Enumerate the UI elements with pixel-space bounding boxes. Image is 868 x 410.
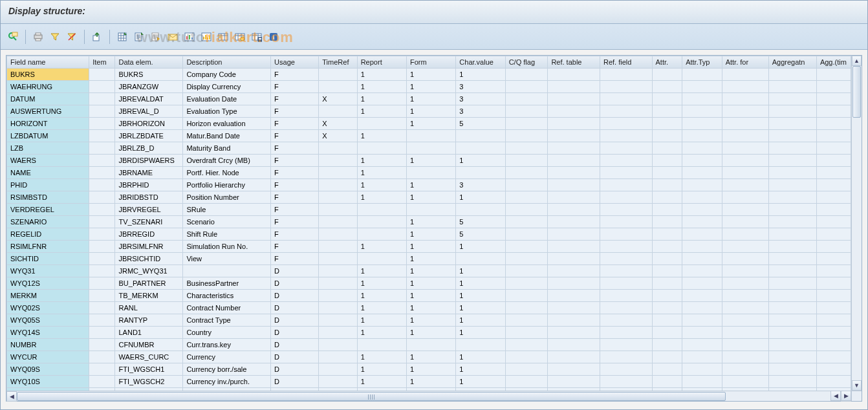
cell-cqflag[interactable] xyxy=(505,228,548,241)
cell-dataelem[interactable]: JRMC_WYQ31 xyxy=(115,265,183,277)
cell-attrfor[interactable] xyxy=(722,216,768,228)
cell-form[interactable]: 1 xyxy=(407,81,456,93)
cell-attrtyp[interactable] xyxy=(682,327,722,339)
cell-report[interactable]: 1 xyxy=(357,327,406,339)
cell-attrfor[interactable] xyxy=(722,265,768,277)
table-row[interactable]: WYQ10SFTI_WGSCH2Currency inv./purch.D111 xyxy=(7,376,851,388)
cell-field[interactable]: LZB xyxy=(7,142,89,155)
cell-aggreg[interactable] xyxy=(768,179,816,191)
cell-aggreg[interactable] xyxy=(768,167,816,179)
cell-item[interactable] xyxy=(89,314,115,327)
cell-usage[interactable]: F xyxy=(271,204,319,216)
cell-attr[interactable] xyxy=(652,302,682,314)
cell-form[interactable]: 1 xyxy=(407,216,456,228)
layout-change-icon[interactable] xyxy=(216,30,230,44)
table-row[interactable]: AUSWERTUNGJBREVAL_DEvaluation TypeF113 xyxy=(7,105,851,118)
cell-form[interactable]: 1 xyxy=(407,191,456,204)
cell-usage[interactable]: F xyxy=(271,191,319,204)
cell-desc[interactable]: Overdraft Crcy (MB) xyxy=(183,155,271,167)
cell-usage[interactable]: D xyxy=(271,351,319,363)
cell-attr[interactable] xyxy=(652,118,682,130)
cell-attrtyp[interactable] xyxy=(682,142,722,155)
cell-field[interactable]: HORIZONT xyxy=(7,118,89,130)
cell-dataelem[interactable]: JBRPHID xyxy=(115,179,183,191)
cell-attr[interactable] xyxy=(652,277,682,290)
cell-desc[interactable] xyxy=(183,265,271,277)
cell-attr[interactable] xyxy=(652,314,682,327)
cell-dataelem[interactable]: JBRANZGW xyxy=(115,81,183,93)
cell-timeref[interactable]: X xyxy=(319,130,357,142)
cell-report[interactable]: 1 xyxy=(357,302,406,314)
cell-form[interactable]: 1 xyxy=(407,155,456,167)
cell-aggreg[interactable] xyxy=(768,277,816,290)
cell-cqflag[interactable] xyxy=(505,327,548,339)
cell-desc[interactable]: Simulation Run No. xyxy=(183,241,271,253)
cell-reftable[interactable] xyxy=(548,241,600,253)
cell-aggtim[interactable] xyxy=(816,130,851,142)
cell-attrfor[interactable] xyxy=(722,142,768,155)
cell-reffield[interactable] xyxy=(600,351,652,363)
cell-item[interactable] xyxy=(89,204,115,216)
cell-charval[interactable]: 1 xyxy=(456,290,505,302)
cell-cqflag[interactable] xyxy=(505,118,548,130)
cell-aggtim[interactable] xyxy=(816,327,851,339)
cell-reffield[interactable] xyxy=(600,130,652,142)
table-row[interactable]: RSIMLFNRJBRSIMLFNRSimulation Run No.F111 xyxy=(7,241,851,253)
cell-desc[interactable]: Portfolio Hierarchy xyxy=(183,179,271,191)
scroll-up-icon[interactable]: ▲ xyxy=(852,56,862,66)
cell-charval[interactable]: 1 xyxy=(456,363,505,376)
cell-charval[interactable]: 5 xyxy=(456,118,505,130)
col-attrfor[interactable]: Attr. for xyxy=(722,56,768,69)
cell-field[interactable]: RSIMLFNR xyxy=(7,241,89,253)
cell-form[interactable] xyxy=(407,130,456,142)
cell-attr[interactable] xyxy=(652,93,682,105)
cell-reffield[interactable] xyxy=(600,216,652,228)
cell-item[interactable] xyxy=(89,81,115,93)
cell-report[interactable]: 1 xyxy=(357,69,406,81)
cell-aggtim[interactable] xyxy=(816,105,851,118)
cell-cqflag[interactable] xyxy=(505,314,548,327)
cell-aggreg[interactable] xyxy=(768,81,816,93)
cell-timeref[interactable] xyxy=(319,69,357,81)
cell-aggtim[interactable] xyxy=(816,228,851,241)
cell-aggtim[interactable] xyxy=(816,204,851,216)
cell-dataelem[interactable]: FTI_WGSCH1 xyxy=(115,363,183,376)
cell-timeref[interactable] xyxy=(319,265,357,277)
cell-aggtim[interactable] xyxy=(816,142,851,155)
cell-desc[interactable]: Contract Number xyxy=(183,302,271,314)
cell-attrfor[interactable] xyxy=(722,376,768,388)
cell-attrtyp[interactable] xyxy=(682,302,722,314)
cell-cqflag[interactable] xyxy=(505,179,548,191)
export-icon[interactable] xyxy=(90,30,104,44)
cell-form[interactable]: 1 xyxy=(407,179,456,191)
cell-form[interactable]: 1 xyxy=(407,93,456,105)
spreadsheet-icon[interactable] xyxy=(115,30,129,44)
cell-cqflag[interactable] xyxy=(505,130,548,142)
cell-attrfor[interactable] xyxy=(722,241,768,253)
cell-attr[interactable] xyxy=(652,351,682,363)
cell-attrfor[interactable] xyxy=(722,118,768,130)
cell-charval[interactable]: 1 xyxy=(456,376,505,388)
cell-reftable[interactable] xyxy=(548,363,600,376)
cell-dataelem[interactable]: BU_PARTNER xyxy=(115,277,183,290)
cell-field[interactable]: WYQ14S xyxy=(7,327,89,339)
cell-report[interactable]: 1 xyxy=(357,81,406,93)
cell-reftable[interactable] xyxy=(548,81,600,93)
cell-report[interactable] xyxy=(357,228,406,241)
cell-timeref[interactable] xyxy=(319,204,357,216)
cell-cqflag[interactable] xyxy=(505,351,548,363)
cell-aggreg[interactable] xyxy=(768,376,816,388)
cell-report[interactable]: 1 xyxy=(357,290,406,302)
layout-save-icon[interactable] xyxy=(250,30,264,44)
cell-timeref[interactable] xyxy=(319,253,357,265)
cell-attrtyp[interactable] xyxy=(682,167,722,179)
cell-item[interactable] xyxy=(89,241,115,253)
cell-attr[interactable] xyxy=(652,376,682,388)
cell-charval[interactable]: 3 xyxy=(456,179,505,191)
table-row[interactable]: SICHTIDJBRSICHTIDViewF1 xyxy=(7,253,851,265)
vscroll-thumb[interactable] xyxy=(852,66,861,118)
table-row[interactable]: LZBJBRLZB_DMaturity BandF xyxy=(7,142,851,155)
cell-timeref[interactable] xyxy=(319,105,357,118)
cell-usage[interactable]: D xyxy=(271,363,319,376)
cell-field[interactable]: AUSWERTUNG xyxy=(7,105,89,118)
